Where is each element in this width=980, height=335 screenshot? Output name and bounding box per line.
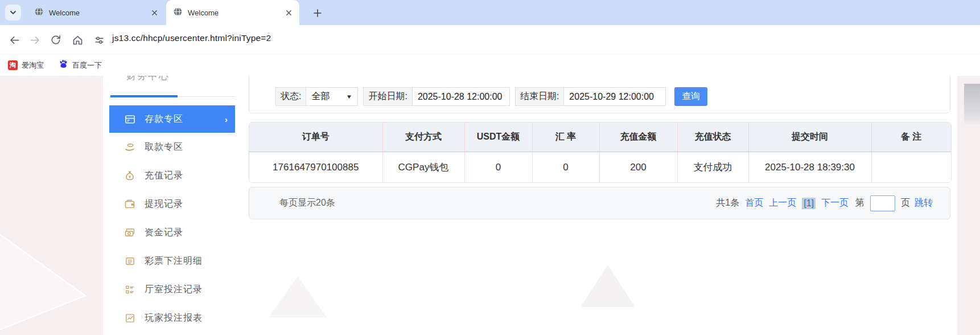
sidebar-item-label: 彩票下注明细 <box>145 255 203 267</box>
column-header: 备 注 <box>871 122 951 152</box>
chevron-down-icon <box>10 9 17 16</box>
query-button[interactable]: 查询 <box>674 87 707 106</box>
status-select[interactable]: 全部 ▼ <box>306 87 358 106</box>
column-header: 汇 率 <box>532 122 599 152</box>
moneybag-icon: ¥ <box>124 170 135 181</box>
hall-bet-list-icon <box>124 284 135 295</box>
tab-welcome-2-active[interactable]: Welcome <box>166 0 299 25</box>
sidebar-item-withdraw-zone[interactable]: 取款专区 <box>109 133 235 161</box>
jump-suffix-text: 页 <box>901 197 910 209</box>
sidebar-item-hall-bet-records[interactable]: 厅室投注记录 <box>109 275 235 304</box>
status-filter-group: 状态: 全部 ▼ <box>275 87 358 106</box>
sidebar: 财务中心 存款专区 › 取款专区 <box>109 76 235 335</box>
cell-recharge-status: 支付成功 <box>677 152 748 183</box>
page-size-text: 每页显示20条 <box>279 197 335 209</box>
home-button[interactable] <box>71 34 84 46</box>
sidebar-active-tab-underline <box>110 95 178 97</box>
site-info-tune-icon[interactable] <box>93 34 105 46</box>
prev-page-link[interactable]: 上一页 <box>769 197 796 209</box>
new-tab-button[interactable] <box>310 5 325 21</box>
column-header: 充值状态 <box>677 122 748 152</box>
bookmark-baidu[interactable]: 百度一下 <box>59 59 102 71</box>
table-header-row: 订单号 支付方式 USDT金额 汇 率 充值金额 充值状态 提交时间 备 注 <box>249 122 951 152</box>
lottery-list-icon <box>124 255 135 267</box>
sidebar-item-recharge-records[interactable]: ¥ 充值记录 <box>109 161 235 190</box>
tab-welcome-1[interactable]: Welcome <box>27 0 165 25</box>
sidebar-item-funds-records[interactable]: 资金记录 <box>109 218 235 247</box>
taobao-icon: 淘 <box>8 60 18 70</box>
deposit-card-icon <box>124 113 135 125</box>
chevron-right-icon: › <box>225 115 228 124</box>
report-chart-icon <box>124 312 135 324</box>
sidebar-item-withdrawal-records[interactable]: 提现记录 <box>109 190 235 218</box>
main-content: 状态: 全部 ▼ 开始日期: 2025-10-28 12:00:00 结束日期:… <box>249 76 952 335</box>
bookmark-label: 爱淘宝 <box>22 60 44 71</box>
end-date-group: 结束日期: 2025-10-29 12:00:00 <box>515 87 666 106</box>
chevron-down-icon: ▼ <box>346 93 353 100</box>
jump-page-input[interactable] <box>870 195 895 211</box>
jump-prefix-text: 第 <box>855 197 864 209</box>
cell-remark <box>871 152 951 183</box>
current-page-badge[interactable]: [1] <box>802 198 816 209</box>
decorative-gray-block <box>964 84 980 125</box>
tab-search-chevron-button[interactable] <box>5 5 21 21</box>
svg-text:¥: ¥ <box>129 174 131 179</box>
sidebar-item-deposit-zone[interactable]: 存款专区 › <box>109 105 235 133</box>
sidebar-item-label: 取款专区 <box>145 141 183 153</box>
start-date-label: 开始日期: <box>363 87 411 106</box>
pagination-controls: 共1条 首页 上一页 [1] 下一页 第 页 跳转 <box>716 195 933 211</box>
status-label: 状态: <box>275 87 306 106</box>
decorative-triangle <box>0 228 96 334</box>
browser-toolbar: js13.cc/hhcp/usercenter.html?iniType=2 <box>0 25 980 55</box>
column-header: 订单号 <box>249 122 382 152</box>
sidebar-item-label: 提现记录 <box>145 198 183 210</box>
address-bar[interactable]: js13.cc/hhcp/usercenter.html?iniType=2 <box>112 33 271 43</box>
globe-favicon-icon <box>173 7 183 19</box>
sidebar-item-label: 厅室投注记录 <box>145 284 203 296</box>
baidu-paw-icon <box>59 59 68 71</box>
end-date-input[interactable]: 2025-10-29 12:00:00 <box>563 87 666 106</box>
total-count-text: 共1条 <box>716 197 739 209</box>
forward-button[interactable] <box>28 34 41 46</box>
tab-close-icon[interactable] <box>149 7 159 18</box>
tab-close-icon[interactable] <box>283 7 294 18</box>
page-left-background <box>0 76 103 335</box>
status-selected-value: 全部 <box>311 91 330 103</box>
sidebar-item-label: 玩家投注报表 <box>145 312 203 324</box>
wallet-icon <box>124 198 135 210</box>
bookmark-label: 百度一下 <box>72 60 102 71</box>
column-header: 充值金额 <box>599 122 677 152</box>
jump-button[interactable]: 跳转 <box>915 197 933 209</box>
tab-title: Welcome <box>188 9 283 17</box>
start-date-input[interactable]: 2025-10-28 12:00:00 <box>412 87 510 106</box>
sidebar-item-lottery-bet-details[interactable]: 彩票下注明细 <box>109 247 235 275</box>
sidebar-item-label: 资金记录 <box>145 227 183 239</box>
column-header: 支付方式 <box>382 122 464 152</box>
sidebar-section-title[interactable]: 财务中心 <box>126 76 170 83</box>
cell-payment-method: CGPay钱包 <box>382 152 464 183</box>
tab-title: Welcome <box>49 9 149 17</box>
page-viewport: 财务中心 存款专区 › 取款专区 <box>0 76 980 335</box>
bookmarks-bar: 淘 爱淘宝 百度一下 <box>0 55 980 76</box>
column-header: 提交时间 <box>748 122 871 152</box>
column-header: USDT金额 <box>464 122 532 152</box>
reload-button[interactable] <box>50 34 62 46</box>
cell-usdt-amount: 0 <box>464 152 532 183</box>
funds-icon <box>124 227 135 238</box>
back-button[interactable] <box>8 34 20 46</box>
sidebar-item-label: 存款专区 <box>145 113 183 125</box>
browser-window: Welcome Welcome <box>0 0 980 335</box>
sidebar-menu: 存款专区 › 取款专区 ¥ 充值记录 <box>109 105 235 332</box>
bookmark-taobao[interactable]: 淘 爱淘宝 <box>8 60 44 71</box>
next-page-link[interactable]: 下一页 <box>821 197 849 209</box>
plus-icon <box>314 9 322 17</box>
sidebar-item-label: 充值记录 <box>145 170 183 182</box>
globe-favicon-icon <box>34 7 44 19</box>
cell-recharge-amount: 200 <box>599 152 677 183</box>
orders-table: 订单号 支付方式 USDT金额 汇 率 充值金额 充值状态 提交时间 备 注 1 <box>249 122 952 183</box>
cell-exchange-rate: 0 <box>532 152 599 183</box>
sidebar-item-player-bet-report[interactable]: 玩家投注报表 <box>109 304 235 332</box>
start-date-group: 开始日期: 2025-10-28 12:00:00 <box>363 87 509 106</box>
first-page-link[interactable]: 首页 <box>745 197 763 209</box>
cell-submit-time: 2025-10-28 18:39:30 <box>748 152 871 183</box>
